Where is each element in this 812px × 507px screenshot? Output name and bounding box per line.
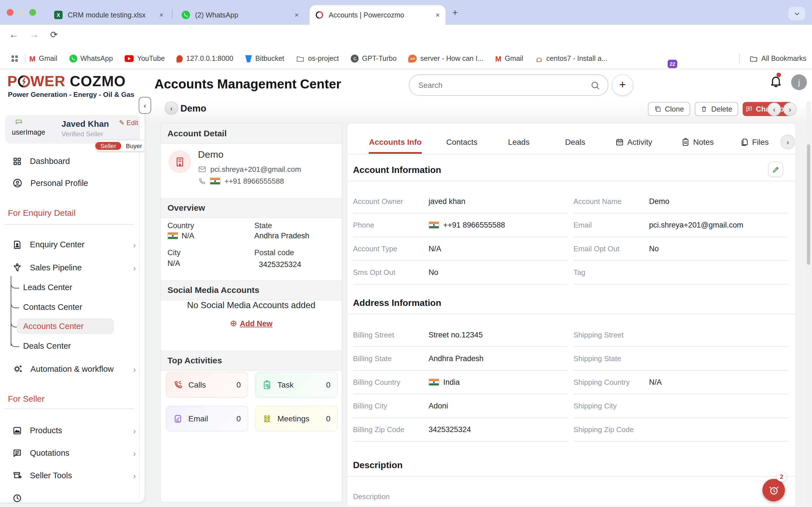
- sidebar-item-enquiry-center[interactable]: Enquiry Center ›: [0, 234, 145, 255]
- tree-branch: [11, 301, 19, 308]
- bookmark-bitbucket[interactable]: Bitbucket: [245, 55, 284, 62]
- search-input[interactable]: [417, 80, 591, 90]
- field-label: Account Name: [573, 197, 649, 206]
- sidebar-item-partial[interactable]: [0, 488, 145, 503]
- all-bookmarks[interactable]: All Bookmarks: [749, 54, 806, 63]
- sidebar-item-sales-pipeline[interactable]: Sales Pipeline ›: [0, 258, 145, 278]
- activity-card-meetings[interactable]: Meetings0: [255, 406, 338, 432]
- add-new-link[interactable]: ⊕Add New: [161, 318, 342, 328]
- search-icon[interactable]: [591, 80, 600, 90]
- add-new-button[interactable]: +: [612, 74, 633, 96]
- bookmarks-separator: [25, 54, 26, 64]
- sidebar-item-deals-center[interactable]: Deals Center: [23, 341, 71, 350]
- field-label: Shipping Zip Code: [573, 425, 649, 434]
- bookmark-gmail-2[interactable]: MGmail: [495, 54, 523, 63]
- field-label: Phone: [353, 221, 428, 229]
- bookmark-os-project[interactable]: os-project: [296, 54, 339, 63]
- section-heading-seller: For Seller: [8, 394, 45, 403]
- tab-notes[interactable]: Notes: [681, 130, 714, 154]
- sidebar-item-dashboard[interactable]: Dashboard: [0, 151, 145, 171]
- field-value: No: [649, 244, 659, 253]
- calendar-icon: [615, 138, 624, 146]
- edit-account-info-button[interactable]: [768, 162, 783, 177]
- role-buyer[interactable]: Buyer: [121, 142, 145, 149]
- traffic-light-close[interactable]: [7, 9, 13, 16]
- tab-deals[interactable]: Deals: [565, 130, 585, 154]
- tab-leads[interactable]: Leads: [508, 130, 529, 154]
- sidebar-scroll-track[interactable]: [139, 92, 140, 497]
- support-chat-fab[interactable]: [762, 479, 785, 501]
- bookmark-whatsapp[interactable]: WhatsApp: [69, 55, 113, 62]
- whatsapp-favicon: [182, 11, 190, 19]
- bookmark-centos7[interactable]: centos7 - Install a...: [535, 55, 607, 62]
- browser-tab-active[interactable]: Accounts | Powercozmo ×: [310, 5, 446, 25]
- tabs-scroll-next-button[interactable]: ›: [780, 135, 795, 149]
- account-phone[interactable]: ++91 8966555588: [224, 177, 284, 185]
- sidebar-item-quotations[interactable]: Quotations ›: [0, 443, 145, 463]
- bookmark-localhost[interactable]: 127.0.0.1:8000: [177, 55, 234, 62]
- browser-tabstrip: X CRM module testing.xlsx × (2) WhatsApp…: [0, 0, 812, 25]
- sidebar-collapse-button[interactable]: ‹: [139, 97, 151, 114]
- chevron-right-icon: ›: [133, 364, 136, 374]
- section-divider: [347, 476, 796, 476]
- traffic-light-minimize[interactable]: [18, 9, 25, 16]
- browser-tab-1[interactable]: X CRM module testing.xlsx ×: [49, 5, 169, 25]
- activity-card-task[interactable]: Task0: [255, 372, 338, 398]
- bookmark-gpt-turbo[interactable]: GPT-Turbo: [351, 55, 397, 62]
- sidebar-item-automation[interactable]: Automation & workflow ›: [0, 359, 145, 379]
- sidebar-item-personal-profile[interactable]: Personal Profile: [0, 173, 145, 193]
- field-label: Account Type: [353, 244, 428, 253]
- page-scrollbar-thumb[interactable]: [807, 144, 810, 265]
- tab-contacts[interactable]: Contacts: [446, 130, 477, 154]
- phone-icon: [198, 177, 206, 185]
- apps-grid-icon[interactable]: [10, 54, 19, 63]
- powercozmo-logo: PWER COZMO: [7, 73, 126, 90]
- reload-button[interactable]: ⟳: [50, 29, 58, 40]
- notifications-bell-icon[interactable]: [769, 74, 783, 88]
- sidebar-item-accounts-center[interactable]: Accounts Center: [23, 322, 84, 331]
- activity-card-email[interactable]: Email0: [166, 406, 248, 432]
- india-flag-icon: [167, 232, 178, 239]
- sidebar-item-contacts-center[interactable]: Contacts Center: [23, 302, 82, 312]
- browser-tab-2[interactable]: (2) WhatsApp ×: [176, 5, 305, 25]
- sidebar-item-seller-tools[interactable]: Seller Tools ›: [0, 465, 145, 486]
- field-value: Street no.12345: [428, 331, 483, 339]
- record-back-button[interactable]: ‹: [165, 101, 178, 115]
- sidebar-item-label: Seller Tools: [30, 471, 72, 480]
- role-seller[interactable]: Seller: [95, 142, 121, 150]
- tab-close-icon[interactable]: ×: [295, 11, 299, 18]
- record-prev-button[interactable]: ‹: [767, 103, 781, 116]
- activity-card-calls[interactable]: Calls0: [166, 372, 248, 398]
- record-next-button[interactable]: ›: [783, 103, 797, 116]
- account-email[interactable]: pci.shreya+201@gmail.com: [210, 165, 301, 173]
- sidebar-item-leads-center[interactable]: Leads Center: [23, 283, 72, 292]
- overview-value: N/A: [167, 259, 180, 268]
- sidebar-item-label: Sales Pipeline: [30, 263, 82, 272]
- sidebar-item-products[interactable]: Products ›: [0, 420, 145, 441]
- india-flag-icon: [210, 177, 220, 185]
- bookmark-gmail[interactable]: MGmail: [29, 54, 57, 63]
- delete-button[interactable]: Delete: [695, 102, 738, 116]
- tab-search-button[interactable]: [788, 7, 805, 20]
- new-tab-button[interactable]: +: [452, 7, 458, 18]
- back-button[interactable]: ←: [9, 29, 18, 41]
- logo-mark-icon: [17, 75, 31, 88]
- forward-button[interactable]: →: [29, 29, 39, 41]
- field-value: javed khan: [428, 197, 465, 206]
- tab-accounts-info[interactable]: Accounts Info: [369, 130, 422, 154]
- role-toggle[interactable]: Seller Buyer: [95, 140, 145, 152]
- tab-close-icon[interactable]: ×: [159, 11, 163, 18]
- tab-title: Accounts | Powercozmo: [329, 11, 430, 19]
- global-search[interactable]: [409, 74, 608, 96]
- tab-activity[interactable]: Activity: [615, 130, 652, 154]
- clone-button[interactable]: Clone: [648, 102, 690, 116]
- person-circle-icon: [12, 178, 22, 188]
- user-avatar[interactable]: j: [791, 74, 807, 90]
- account-main-card: Accounts Info Contacts Leads Deals Activ…: [347, 123, 796, 507]
- tab-close-icon[interactable]: ×: [436, 11, 440, 18]
- edit-profile-link[interactable]: ✎ Edit: [119, 119, 138, 127]
- tab-files[interactable]: Files: [740, 130, 769, 154]
- bookmark-youtube[interactable]: YouTube: [124, 55, 165, 62]
- bookmark-server[interactable]: askserver - How can I...: [409, 55, 484, 62]
- traffic-light-zoom[interactable]: [29, 9, 36, 16]
